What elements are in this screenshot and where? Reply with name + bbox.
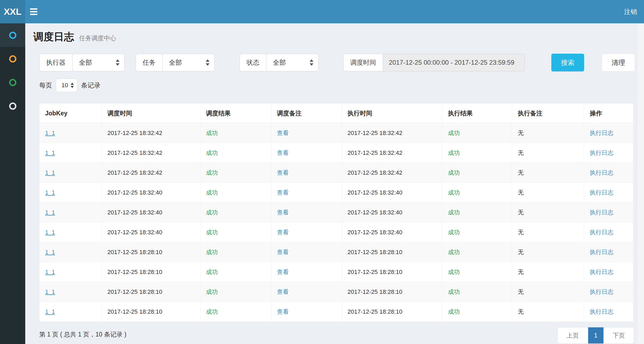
execute-log-link[interactable]: 执行日志 (590, 209, 613, 216)
handle-result: 成功 (448, 308, 460, 315)
jobkey-link[interactable]: 1_1 (45, 169, 55, 176)
handle-msg-cell: 无 (518, 249, 524, 255)
handle-result: 成功 (448, 189, 460, 196)
execute-log-link[interactable]: 执行日志 (590, 308, 613, 315)
trigger-time-cell: 2017-12-25 18:32:42 (107, 149, 162, 156)
table-row: 1_12017-12-25 18:28:10成功查看2017-12-25 18:… (39, 282, 634, 302)
page-size-control: 每页 10 条记录 (39, 79, 100, 92)
trigger-msg-link[interactable]: 查看 (277, 169, 289, 176)
jobkey-link[interactable]: 1_1 (45, 189, 55, 196)
executor-filter-label: 执行器 (39, 54, 72, 71)
handle-msg-cell: 无 (518, 269, 524, 275)
trigger-msg-link[interactable]: 查看 (277, 308, 289, 315)
handle-time-cell: 2017-12-25 18:28:10 (348, 269, 402, 275)
execute-log-link[interactable]: 执行日志 (590, 189, 613, 196)
trigger-msg-link[interactable]: 查看 (277, 229, 289, 236)
prev-page-button[interactable]: 上页 (558, 327, 588, 343)
circle-o-icon (9, 79, 16, 86)
trigger-time-label: 调度时间 (343, 54, 383, 71)
sidebar-item-menu-item-3[interactable] (0, 71, 25, 94)
select-arrows-icon (71, 83, 74, 88)
trigger-time-cell: 2017-12-25 18:28:10 (107, 308, 162, 315)
table-row: 1_12017-12-25 18:32:42成功查看2017-12-25 18:… (39, 163, 634, 183)
table-row: 1_12017-12-25 18:32:40成功查看2017-12-25 18:… (39, 183, 634, 203)
page-size-select[interactable]: 10 (56, 79, 77, 92)
vertical-scrollbar[interactable] (637, 23, 644, 344)
execute-log-link[interactable]: 执行日志 (590, 269, 613, 275)
handle-msg-cell: 无 (518, 288, 524, 295)
handle-msg-cell: 无 (518, 189, 524, 196)
jobkey-link[interactable]: 1_1 (45, 308, 55, 315)
column-header: 执行时间 (342, 104, 442, 123)
sidebar-item-menu-item-4[interactable] (0, 94, 25, 118)
jobkey-link[interactable]: 1_1 (45, 229, 55, 236)
jobkey-link[interactable]: 1_1 (45, 149, 55, 156)
app-logo[interactable]: XXL (0, 0, 25, 23)
table-header-row: JobKey调度时间调度结果调度备注执行时间执行结果执行备注操作 (39, 104, 634, 123)
trigger-time-range-input[interactable]: 2017-12-25 00:00:00 - 2017-12-25 23:59:5… (383, 54, 525, 71)
schedule-log-table: JobKey调度时间调度结果调度备注执行时间执行结果执行备注操作 1_12017… (39, 103, 634, 322)
status-filter-label: 状态 (240, 54, 266, 71)
handle-msg-cell: 无 (518, 130, 524, 136)
page-size-prefix: 每页 (39, 81, 52, 90)
trigger-msg-link[interactable]: 查看 (277, 149, 289, 156)
current-page-button[interactable]: 1 (588, 327, 603, 343)
page-size-suffix: 条记录 (81, 81, 100, 90)
trigger-msg-link[interactable]: 查看 (277, 130, 289, 136)
handle-time-cell: 2017-12-25 18:28:10 (348, 308, 402, 315)
sidebar-item-schedule-log[interactable] (0, 23, 25, 47)
trigger-time-cell: 2017-12-25 18:28:10 (107, 269, 162, 275)
jobkey-link[interactable]: 1_1 (45, 209, 55, 216)
trigger-msg-link[interactable]: 查看 (277, 249, 289, 255)
jobkey-link[interactable]: 1_1 (45, 269, 55, 275)
executor-select[interactable]: 全部 (72, 54, 125, 71)
trigger-time-cell: 2017-12-25 18:32:40 (107, 189, 162, 196)
trigger-result: 成功 (206, 288, 218, 295)
select-arrows-icon (310, 59, 313, 66)
executor-filter-group: 执行器 全部 (39, 54, 125, 71)
trigger-msg-link[interactable]: 查看 (277, 209, 289, 216)
trigger-result: 成功 (206, 169, 218, 176)
page-title: 调度日志 (33, 31, 74, 42)
trigger-result: 成功 (206, 209, 218, 216)
execute-log-link[interactable]: 执行日志 (590, 149, 613, 156)
table-row: 1_12017-12-25 18:32:40成功查看2017-12-25 18:… (39, 203, 634, 222)
trigger-time-cell: 2017-12-25 18:32:42 (107, 130, 162, 136)
jobkey-link[interactable]: 1_1 (45, 130, 55, 136)
circle-o-icon (9, 103, 16, 110)
pagination: 上页 1 下页 (557, 327, 634, 344)
execute-log-link[interactable]: 执行日志 (590, 288, 613, 295)
job-select[interactable]: 全部 (162, 54, 215, 71)
circle-o-icon (9, 32, 16, 39)
trigger-msg-link[interactable]: 查看 (277, 269, 289, 275)
execute-log-link[interactable]: 执行日志 (590, 229, 613, 236)
execute-log-link[interactable]: 执行日志 (590, 169, 613, 176)
jobkey-link[interactable]: 1_1 (45, 249, 55, 255)
handle-result: 成功 (448, 288, 460, 295)
handle-result: 成功 (448, 269, 460, 275)
trigger-time-cell: 2017-12-25 18:32:42 (107, 169, 162, 176)
trigger-msg-link[interactable]: 查看 (277, 288, 289, 295)
clear-button[interactable]: 清理 (602, 54, 635, 71)
handle-time-cell: 2017-12-25 18:32:40 (348, 229, 402, 236)
status-filter-group: 状态 全部 (240, 54, 319, 71)
execute-log-link[interactable]: 执行日志 (590, 249, 613, 255)
sidebar (0, 23, 25, 344)
jobkey-link[interactable]: 1_1 (45, 288, 55, 295)
trigger-result: 成功 (206, 269, 218, 275)
job-filter-group: 任务 全部 (136, 54, 215, 71)
status-select[interactable]: 全部 (266, 54, 319, 71)
sidebar-toggle-button[interactable] (25, 0, 42, 23)
logout-link[interactable]: 注销 (624, 0, 637, 23)
search-button[interactable]: 搜索 (551, 54, 584, 71)
trigger-result: 成功 (206, 229, 218, 236)
trigger-result: 成功 (206, 189, 218, 196)
handle-msg-cell: 无 (518, 209, 524, 216)
job-filter-label: 任务 (136, 54, 162, 71)
next-page-button[interactable]: 下页 (603, 327, 634, 343)
handle-result: 成功 (448, 249, 460, 255)
trigger-msg-link[interactable]: 查看 (277, 189, 289, 196)
execute-log-link[interactable]: 执行日志 (590, 130, 613, 136)
sidebar-item-menu-item-2[interactable] (0, 47, 25, 71)
trigger-time-cell: 2017-12-25 18:28:10 (107, 288, 162, 295)
